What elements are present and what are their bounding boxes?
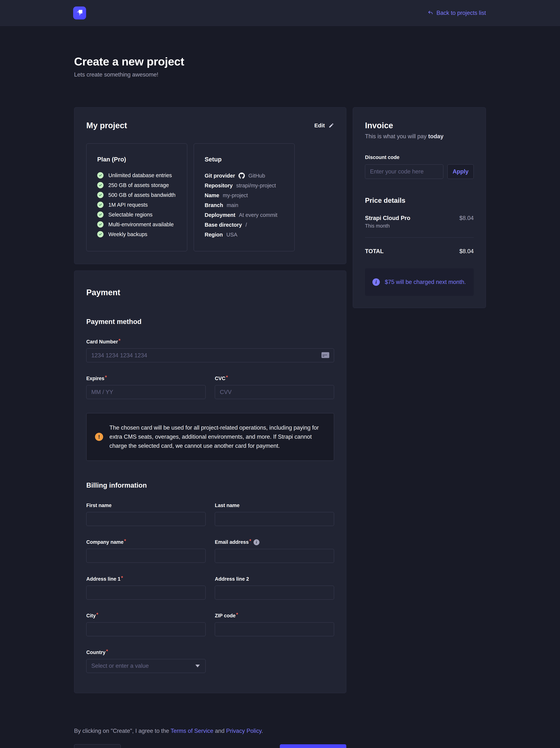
payment-title: Payment <box>86 288 334 297</box>
info-icon: i <box>372 278 380 286</box>
card-number-input[interactable] <box>86 348 334 362</box>
required-asterisk: * <box>121 575 123 581</box>
strapi-logo[interactable] <box>73 6 86 20</box>
back-arrow-icon <box>428 10 434 16</box>
setup-value: / <box>246 222 247 228</box>
page-subtitle: Lets create something awesome! <box>74 71 486 78</box>
go-back-button[interactable]: Go back <box>74 744 121 748</box>
required-asterisk: * <box>96 612 98 617</box>
setup-value: GitHub <box>248 173 265 179</box>
price-details-title: Price details <box>365 196 474 205</box>
company-name-input[interactable] <box>86 549 205 563</box>
setup-row: Base directory / <box>204 221 286 228</box>
zip-code-input[interactable] <box>215 622 334 636</box>
check-icon <box>97 202 103 208</box>
warning-icon: ! <box>95 433 103 441</box>
setup-subcard: Setup Git provider GitHub Repository <box>194 143 295 251</box>
billing-information-title: Billing information <box>86 482 334 489</box>
card-number-label: Card Number* <box>86 339 334 345</box>
email-address-label: Email address* i <box>215 539 334 545</box>
plan-feature-item: Multi-environment available <box>97 221 178 228</box>
privacy-policy-link[interactable]: Privacy Policy <box>226 728 262 734</box>
plan-feature-label: 250 GB of assets storage <box>108 182 169 188</box>
setup-key: Region <box>204 232 223 238</box>
required-asterisk: * <box>236 612 238 617</box>
plan-feature-label: 500 GB of assets bandwidth <box>108 192 175 198</box>
setup-value: main <box>227 202 238 208</box>
setup-key: Base directory <box>204 222 242 228</box>
credit-card-icon <box>321 352 329 359</box>
project-card-title: My project <box>86 121 127 130</box>
setup-value: strapi/my-project <box>236 183 276 189</box>
email-input[interactable] <box>215 549 334 563</box>
address-line-1-input[interactable] <box>86 586 205 600</box>
setup-row: Branch main <box>204 202 286 208</box>
check-icon <box>97 192 103 198</box>
price-item-amount: $8.04 <box>459 215 474 221</box>
setup-key: Repository <box>204 183 233 189</box>
country-select-placeholder: Select or enter a value <box>91 662 149 669</box>
setup-key: Git provider <box>204 173 235 179</box>
terms-of-service-link[interactable]: Terms of Service <box>171 728 213 734</box>
check-icon <box>97 231 103 237</box>
plan-feature-label: Multi-environment available <box>108 221 174 228</box>
total-row: TOTAL $8.04 <box>365 248 474 255</box>
setup-key: Deployment <box>204 212 235 218</box>
city-label: City* <box>86 613 205 618</box>
address-line-2-label: Address line 2 <box>215 576 334 582</box>
strapi-logo-icon <box>75 8 84 18</box>
country-select[interactable]: Select or enter a value <box>86 659 205 673</box>
check-icon <box>97 182 103 188</box>
setup-row: Name my-project <box>204 192 286 198</box>
plan-feature-item: 250 GB of assets storage <box>97 182 178 188</box>
city-input[interactable] <box>86 622 205 636</box>
setup-value: At every commit <box>239 212 277 218</box>
expires-input[interactable] <box>86 385 205 399</box>
edit-button-label: Edit <box>314 122 325 128</box>
check-icon <box>97 211 103 218</box>
email-info-icon[interactable]: i <box>253 539 260 545</box>
payment-method-title: Payment method <box>86 318 334 326</box>
terms-text: By clicking on "Create", I agree to the … <box>74 728 346 734</box>
price-line-item: Strapi Cloud Pro This month $8.04 <box>365 215 474 229</box>
card-usage-notice-text: The chosen card will be used for all pro… <box>109 423 325 450</box>
company-name-label: Company name* <box>86 539 205 545</box>
total-amount: $8.04 <box>459 248 474 255</box>
address-line-2-input[interactable] <box>215 586 334 600</box>
required-asterisk: * <box>105 375 107 380</box>
invoice-subtitle: This is what you will pay today <box>365 133 474 140</box>
plan-title: Plan (Pro) <box>97 156 178 163</box>
plan-feature-item: Selectable regions <box>97 211 178 218</box>
total-label: TOTAL <box>365 248 384 255</box>
plan-feature-label: Unlimited database entries <box>108 172 172 179</box>
my-project-card: My project Edit Plan (Pro) <box>74 107 346 264</box>
next-month-note: i $75 will be charged next month. <box>365 268 474 296</box>
first-name-input[interactable] <box>86 512 205 526</box>
page-title: Create a new project <box>74 55 486 68</box>
discount-code-input[interactable] <box>365 164 443 179</box>
plan-feature-item: Weekly backups <box>97 231 178 237</box>
plan-feature-label: Selectable regions <box>108 212 153 218</box>
invoice-divider <box>365 237 474 238</box>
first-name-label: First name <box>86 502 205 508</box>
apply-button[interactable]: Apply <box>447 164 474 179</box>
plan-subcard: Plan (Pro) Unlimited database entries 25… <box>86 143 187 251</box>
last-name-label: Last name <box>215 502 334 508</box>
setup-value: my-project <box>223 192 248 198</box>
chevron-down-icon <box>195 664 200 668</box>
create-project-button[interactable]: Create project <box>280 744 346 748</box>
required-asterisk: * <box>226 375 228 380</box>
payment-card: Payment Payment method Card Number* <box>74 271 346 693</box>
invoice-card: Invoice This is what you will pay today … <box>353 107 486 308</box>
top-header: Back to projects list <box>0 0 560 26</box>
edit-button[interactable]: Edit <box>314 122 334 128</box>
last-name-input[interactable] <box>215 512 334 526</box>
required-asterisk: * <box>106 649 108 654</box>
plan-feature-label: Weekly backups <box>108 231 147 237</box>
setup-row: Deployment At every commit <box>204 212 286 218</box>
cvc-input[interactable] <box>215 385 334 399</box>
cvc-label: CVC* <box>215 376 334 381</box>
zip-code-label: ZIP code* <box>215 613 334 618</box>
back-to-projects-link[interactable]: Back to projects list <box>428 9 486 16</box>
github-icon <box>239 172 245 179</box>
